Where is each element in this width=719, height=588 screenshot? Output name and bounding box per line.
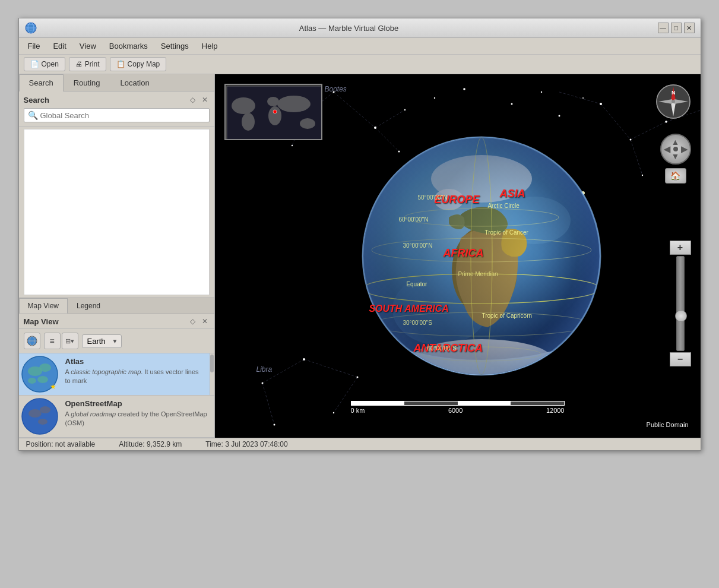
home-button[interactable]: 🏠 xyxy=(665,168,686,184)
svg-point-8 xyxy=(39,363,51,372)
svg-point-16 xyxy=(38,419,47,425)
search-actions: ◇ ✕ xyxy=(188,95,210,105)
svg-point-14 xyxy=(28,409,42,418)
app-window: Atlas — Marble Virtual Globe — □ ✕ File … xyxy=(18,18,701,451)
menu-settings[interactable]: Settings xyxy=(156,39,194,53)
map-view-controls: ≡ ⊞▾ Earth Moon Mars Sky xyxy=(19,329,214,353)
earth-select[interactable]: Earth Moon Mars Sky xyxy=(82,334,122,348)
scale-label-0: 0 km xyxy=(351,407,365,414)
status-altitude: Altitude: 9,352.9 km xyxy=(119,440,182,448)
map-item-osm[interactable]: OpenStreetMap A global roadmap created b… xyxy=(19,396,214,438)
menu-bookmarks[interactable]: Bookmarks xyxy=(104,39,153,53)
svg-point-53 xyxy=(641,175,642,176)
menu-help[interactable]: Help xyxy=(197,39,223,53)
pan-control[interactable]: ▲ ▼ ◀ ▶ xyxy=(660,134,691,165)
atlas-desc: A classic topographic map. It uses vecto… xyxy=(65,368,205,386)
menu-view[interactable]: View xyxy=(74,39,102,53)
globe-container: EUROPE ASIA AFRICA SOUTH AMERICA ANTARCT… xyxy=(357,131,606,381)
osm-thumbnail xyxy=(19,396,61,437)
zoom-in-button[interactable]: + xyxy=(670,241,691,255)
tab-location[interactable]: Location xyxy=(110,74,160,91)
maximize-button[interactable]: □ xyxy=(671,23,682,33)
svg-point-46 xyxy=(511,103,512,105)
print-button[interactable]: 🖨 Print xyxy=(69,57,106,71)
map-view-header: Map View ◇ ✕ xyxy=(19,314,214,329)
svg-text:★: ★ xyxy=(50,382,56,391)
scale-labels: 0 km 6000 12000 xyxy=(351,407,565,414)
search-pin-button[interactable]: ◇ xyxy=(188,95,198,105)
osm-info: OpenStreetMap A global roadmap created b… xyxy=(61,396,214,437)
search-icon: 🔍 xyxy=(28,110,38,120)
svg-point-10 xyxy=(28,378,36,384)
pan-left-arrow: ◀ xyxy=(664,144,670,154)
map-grid-button[interactable]: ⊞▾ xyxy=(62,333,78,349)
atlas-name: Atlas xyxy=(65,357,205,366)
status-position: Position: not available xyxy=(26,440,96,448)
zoom-controls: + − xyxy=(670,241,691,366)
bottom-tabs: Map View Legend xyxy=(19,298,214,314)
svg-point-44 xyxy=(433,97,435,99)
attribution: Public Domain xyxy=(643,420,692,429)
svg-point-47 xyxy=(540,91,541,93)
svg-line-29 xyxy=(631,140,642,175)
map-list: ★ Atlas A classic topographic map. It us… xyxy=(19,353,214,438)
svg-line-23 xyxy=(262,359,304,383)
search-results xyxy=(24,129,210,295)
pan-center xyxy=(673,147,678,151)
svg-point-9 xyxy=(37,376,48,383)
app-icon xyxy=(25,22,37,34)
scale-label-12000: 12000 xyxy=(546,407,565,414)
map-scrollbar xyxy=(210,353,214,395)
tab-search[interactable]: Search xyxy=(19,74,64,91)
zoom-track[interactable] xyxy=(676,256,685,351)
scrollbar-thumb[interactable] xyxy=(210,355,214,372)
svg-point-49 xyxy=(582,97,584,99)
svg-point-37 xyxy=(332,91,334,93)
map-list-button[interactable]: ≡ xyxy=(44,333,61,349)
map-view-pin-button[interactable]: ◇ xyxy=(188,317,198,326)
map-item-atlas[interactable]: ★ Atlas A classic topographic map. It us… xyxy=(19,353,214,396)
left-panel: Search Routing Location Search ◇ ✕ 🔍 xyxy=(19,74,215,438)
nav-controls: ▲ ▼ ◀ ▶ 🏠 xyxy=(660,134,691,184)
scale-seg-1 xyxy=(351,402,405,405)
statusbar: Position: not available Altitude: 9,352.… xyxy=(19,438,701,450)
svg-point-119 xyxy=(672,100,675,103)
minimize-button[interactable]: — xyxy=(658,23,669,33)
bottom-tab-legend[interactable]: Legend xyxy=(68,298,109,314)
zoom-out-button[interactable]: − xyxy=(670,352,691,366)
mini-map xyxy=(224,84,322,140)
svg-point-93 xyxy=(273,110,277,113)
open-icon: 📄 xyxy=(30,60,39,68)
window-controls: — □ ✕ xyxy=(658,23,695,33)
search-title: Search xyxy=(24,96,49,105)
svg-point-71 xyxy=(273,424,275,426)
map-view-close-button[interactable]: ✕ xyxy=(200,317,210,326)
menu-edit[interactable]: Edit xyxy=(47,39,71,53)
zoom-handle[interactable] xyxy=(675,310,687,322)
svg-point-68 xyxy=(303,358,305,361)
scale-label-6000: 6000 xyxy=(448,407,463,414)
globe-area[interactable]: Bootes Libra Corvus xyxy=(215,74,701,438)
map-view-actions: ◇ ✕ xyxy=(188,317,210,326)
search-input[interactable] xyxy=(40,111,205,120)
tab-routing[interactable]: Routing xyxy=(64,74,110,91)
scale-seg-4 xyxy=(511,402,564,405)
globe-view-button[interactable] xyxy=(24,333,40,349)
close-button[interactable]: ✕ xyxy=(684,23,695,33)
menu-file[interactable]: File xyxy=(23,39,46,53)
search-close-button[interactable]: ✕ xyxy=(200,95,210,105)
bottom-tab-map-view[interactable]: Map View xyxy=(19,298,68,314)
svg-point-39 xyxy=(404,109,405,110)
svg-point-91 xyxy=(277,96,311,112)
open-button[interactable]: 📄 Open xyxy=(24,57,65,71)
copy-map-button[interactable]: 📋 Copy Map xyxy=(110,57,167,71)
main-content: Search Routing Location Search ◇ ✕ 🔍 xyxy=(19,74,701,438)
scale-seg-2 xyxy=(404,402,458,405)
svg-point-89 xyxy=(267,97,279,106)
svg-point-67 xyxy=(261,382,263,384)
svg-line-19 xyxy=(375,110,405,128)
search-input-row: 🔍 xyxy=(24,108,210,122)
menubar: File Edit View Bookmarks Settings Help xyxy=(19,38,701,55)
svg-line-30 xyxy=(559,92,601,104)
status-time: Time: 3 Jul 2023 07:48:00 xyxy=(205,440,287,448)
